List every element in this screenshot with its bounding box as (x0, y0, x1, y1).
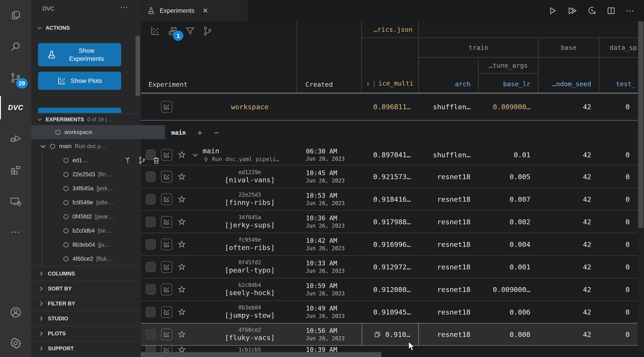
plot-toggle-button[interactable] (161, 284, 172, 295)
col-group-tune-args[interactable]: …tune_args (478, 58, 538, 74)
activity-account-icon[interactable] (0, 299, 31, 326)
vertical-scrollbar-thumb[interactable] (638, 21, 644, 228)
experiments-section-header[interactable]: EXPERIMENTS 0 of 19 (… (31, 113, 141, 125)
star-icon[interactable] (178, 330, 186, 339)
table-row-fc9549e[interactable]: fc9549e[often-ribs]10:42 AMJun 26, 20230… (141, 233, 638, 255)
base-lr-label: base_lr (503, 80, 530, 88)
star-icon[interactable] (178, 263, 186, 271)
table-row-22e25d3[interactable]: 22e25d3[finny-ribs]10:53 AMJun 26, 20230… (141, 188, 638, 210)
activity-more-icon[interactable]: ⋯ (0, 218, 31, 245)
col-header-experiment[interactable]: Experiment 1 (141, 21, 297, 93)
tree-item-8b3eb04[interactable]: 8b3eb04[ju… (31, 238, 173, 252)
row-controls (144, 306, 202, 318)
col-header-dice-multi[interactable]: ↓ | ice_multi (362, 74, 419, 93)
run-all-icon[interactable] (567, 6, 577, 15)
commit-circle-icon (64, 228, 68, 233)
col-group-base[interactable]: base (538, 38, 599, 58)
actions-section-header[interactable]: ACTIONS (31, 22, 141, 33)
activity-files-icon[interactable] (0, 2, 31, 28)
table-row-ed1229e[interactable]: ed1229e[nival-vans]10:45 AMJun 26, 20230… (141, 165, 638, 188)
star-icon[interactable] (178, 151, 186, 159)
test-cell: 0 (599, 233, 638, 255)
row-checkbox[interactable] (146, 284, 156, 295)
activity-settings-icon[interactable] (0, 330, 31, 357)
table-row-34f645a[interactable]: 34f645a[jerky-sups]10:36 AMJun 26, 20230… (141, 210, 638, 233)
section-support[interactable]: SUPPORT (31, 341, 141, 356)
close-icon[interactable]: ✕ (202, 7, 208, 14)
sidebar-more-icon[interactable]: ⋯ (120, 3, 128, 12)
table-row-4f60ce2[interactable]: 4f60ce2[fluky-vacs]10:56 AMJun 26, 20230… (141, 323, 638, 346)
scatter-icon (57, 76, 66, 85)
vertical-scrollbar[interactable] (638, 21, 644, 352)
plots-icon[interactable] (150, 26, 160, 36)
row-checkbox[interactable] (146, 329, 156, 340)
filter-icon[interactable] (185, 26, 196, 36)
tree-item-ed1[interactable]: ed1… (31, 153, 173, 167)
tree-item-fc9549e[interactable]: fc9549e[ofte… (31, 195, 173, 210)
tree-item-22e25d3[interactable]: 22e25d3[fin… (31, 167, 173, 181)
star-icon[interactable] (178, 172, 186, 181)
col-group-train[interactable]: train (419, 38, 538, 58)
table-row-branch-head[interactable]: mainRun dvc.yaml pipeli…06:30 AMJun 20, … (141, 145, 638, 165)
horizontal-scrollbar-thumb[interactable] (141, 352, 381, 357)
clock-add-icon[interactable] (587, 6, 596, 15)
activity-search-icon[interactable] (0, 33, 31, 60)
col-header-base-lr[interactable]: base_lr (478, 74, 538, 93)
table-row-workspace[interactable]: workspace0.896811…shufflen…0.009000…420 (141, 94, 638, 120)
sidebar-scrollbar[interactable] (136, 36, 140, 96)
plot-toggle-button[interactable] (161, 306, 172, 318)
branch-icon[interactable] (202, 26, 213, 36)
copy-icon[interactable] (374, 331, 381, 338)
col-header-created[interactable]: Created (297, 21, 362, 93)
show-experiments-button[interactable]: Show Experiments (38, 43, 121, 66)
section-sort-by[interactable]: SORT BY (31, 281, 141, 296)
activity-debug-icon[interactable] (0, 125, 31, 152)
run-icon[interactable] (548, 6, 557, 15)
columns-icon[interactable]: 1 (167, 26, 178, 36)
tab-experiments[interactable]: Experiments ✕ (141, 0, 248, 21)
star-icon[interactable] (178, 240, 186, 249)
section-plots[interactable]: PLOTS (31, 326, 141, 341)
activity-source-control-icon[interactable]: 29 (0, 64, 31, 91)
section-filter-by[interactable]: FILTER BY (31, 296, 141, 311)
trash-icon[interactable] (152, 156, 160, 165)
row-checkbox[interactable] (146, 307, 156, 317)
col-header-arch[interactable]: arch (419, 58, 478, 93)
branch-icon[interactable] (138, 156, 146, 165)
arch-cell: resnet18 (419, 211, 478, 233)
partially-hidden-button[interactable] (38, 108, 121, 113)
horizontal-scrollbar[interactable] (141, 352, 638, 357)
col-group-data-split[interactable]: data_sp (599, 38, 638, 58)
star-icon[interactable] (178, 218, 186, 226)
show-plots-button[interactable]: Show Plots (38, 72, 121, 90)
table-row-0f45fd2[interactable]: 0f45fd2[pearl-typo]10:33 AMJun 26, 20230… (141, 255, 638, 278)
tree-item-0f45fd2[interactable]: 0f45fd2[pear… (31, 210, 173, 224)
created-cell: 10:56 AMJun 26, 2023 (297, 324, 362, 345)
chevron-down-icon[interactable] (192, 151, 199, 159)
split-editor-icon[interactable] (606, 6, 616, 15)
star-icon[interactable] (178, 285, 186, 294)
star-icon[interactable] (178, 195, 186, 204)
table-row-8b3eb04[interactable]: 8b3eb04[jumpy-stew]10:49 AMJun 26, 20230… (141, 301, 638, 323)
plot-toggle-button[interactable] (161, 329, 172, 340)
table-row-b2c0db4[interactable]: b2c0db4[seely-hock]10:59 AMJun 26, 20230… (141, 278, 638, 301)
tree-item-4f60ce2[interactable]: 4f60ce2[fluk… (31, 252, 173, 266)
branch-add-button[interactable]: + (198, 128, 202, 137)
tree-item-main[interactable]: mainRun dvc.y… (31, 139, 149, 153)
tree-item-workspace[interactable]: workspace (31, 125, 165, 139)
tree-item-b2c0db4[interactable]: b2c0db4[se… (31, 224, 173, 238)
col-group-metrics-json[interactable]: …rics.json (362, 21, 419, 38)
section-columns[interactable]: COLUMNS (31, 266, 141, 281)
apply-icon[interactable] (124, 156, 132, 165)
section-studio[interactable]: STUDIO (31, 311, 141, 326)
branch-remove-button[interactable]: − (214, 128, 219, 137)
col-header-random-seed[interactable]: …ndom_seed (538, 58, 599, 93)
plot-toggle-button[interactable] (161, 101, 172, 113)
activity-dvc-icon[interactable]: DVC (0, 94, 31, 121)
activity-extensions-icon[interactable] (0, 157, 31, 183)
col-header-test[interactable]: test_ (599, 58, 638, 93)
star-icon[interactable] (178, 308, 186, 316)
tree-item-34f645a[interactable]: 34f645a[jerk… (31, 181, 173, 195)
activity-remote-icon[interactable] (0, 188, 31, 215)
ellipsis-icon[interactable]: ⋯ (626, 8, 634, 13)
